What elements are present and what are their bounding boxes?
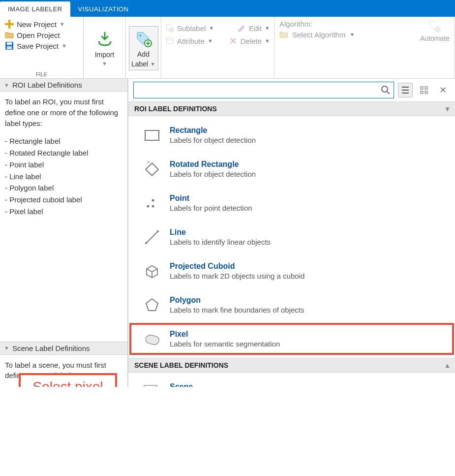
label-type-polygon[interactable]: Polygon Labels to mark fine boundaries o… bbox=[128, 288, 455, 322]
edit-icon bbox=[237, 24, 246, 32]
add-label-button[interactable]: Add Label ▼ bbox=[129, 26, 158, 70]
list-icon bbox=[401, 86, 410, 95]
polygon-title: Polygon bbox=[170, 296, 304, 305]
svg-rect-10 bbox=[425, 87, 427, 89]
search-input[interactable] bbox=[137, 85, 381, 95]
attribute-button[interactable]: Attribute ▼ Delete ▼ bbox=[164, 34, 271, 47]
line-desc: Labels to identify linear objects bbox=[170, 238, 271, 246]
chevron-down-icon: ▼ bbox=[265, 38, 270, 44]
chevron-down-icon: ▼ bbox=[4, 82, 9, 88]
label-type-point[interactable]: Point Labels for point detection bbox=[128, 186, 455, 220]
line-title: Line bbox=[170, 228, 271, 237]
roi-definitions-body: To label an ROI, you must first define o… bbox=[0, 92, 127, 223]
polygon-desc: Labels to mark fine boundaries of object… bbox=[170, 306, 304, 314]
svg-point-17 bbox=[152, 199, 154, 201]
edit-label: Edit bbox=[249, 24, 262, 32]
rotated-desc: Labels for object detection bbox=[170, 170, 256, 178]
chevron-down-icon: ▼ bbox=[349, 32, 355, 37]
automate-label: Automate bbox=[420, 34, 450, 42]
pixel-title: Pixel bbox=[170, 330, 280, 339]
point-title: Point bbox=[170, 194, 252, 203]
add-label-line2: Label bbox=[131, 60, 148, 68]
dropdown-toolbar: ✕ bbox=[128, 79, 455, 101]
roi-bullet-list: - Rectangle label - Rotated Rectangle la… bbox=[5, 135, 122, 217]
scene-section-header: SCENE LABEL DEFINITIONS ▴ bbox=[128, 358, 455, 373]
open-project-button[interactable]: Open Project bbox=[3, 30, 80, 40]
bullet-rotated-rectangle: - Rotated Rectangle label bbox=[5, 147, 122, 159]
chevron-down-icon: ▼ bbox=[150, 61, 155, 67]
attribute-label: Attribute bbox=[177, 37, 205, 45]
pixel-desc: Labels for semantic segmentation bbox=[170, 340, 280, 348]
scene-definitions-title: Scene Label Definitions bbox=[12, 344, 90, 352]
chevron-down-icon: ▼ bbox=[60, 21, 64, 27]
roi-intro-text: To label an ROI, you must first define o… bbox=[5, 96, 122, 128]
save-project-label: Save Project bbox=[17, 42, 59, 50]
ribbon-group-file: New Project ▼ Open Project Save Project … bbox=[0, 17, 84, 78]
scene-definitions-header[interactable]: ▼ Scene Label Definitions bbox=[0, 342, 127, 355]
bullet-line: - Line label bbox=[5, 171, 122, 183]
label-type-pixel[interactable]: Pixel Labels for semantic segmentation bbox=[128, 322, 455, 356]
bullet-polygon: - Polygon label bbox=[5, 182, 122, 194]
cuboid-title: Projected Cuboid bbox=[170, 262, 304, 271]
chevron-down-icon: ▼ bbox=[61, 43, 66, 49]
select-algorithm-button[interactable]: Select Algorithm ▼ bbox=[279, 30, 355, 39]
label-type-scene[interactable]: Scene Labels to describe the activity or… bbox=[128, 375, 455, 387]
delete-label: Delete bbox=[241, 37, 262, 45]
import-label: Import bbox=[95, 51, 115, 59]
grid-icon bbox=[420, 86, 428, 95]
svg-rect-9 bbox=[421, 87, 423, 89]
chevron-down-icon: ▼ bbox=[265, 25, 270, 31]
search-box[interactable] bbox=[133, 82, 394, 98]
list-view-button[interactable] bbox=[398, 83, 413, 97]
side-panel: ▼ ROI Label Definitions To label an ROI,… bbox=[0, 79, 128, 387]
close-dropdown-button[interactable]: ✕ bbox=[435, 83, 450, 97]
tab-image-labeler[interactable]: IMAGE LABELER bbox=[0, 1, 70, 17]
point-desc: Labels for point detection bbox=[170, 204, 252, 212]
grid-view-button[interactable] bbox=[417, 83, 431, 97]
roi-definitions-title: ROI Label Definitions bbox=[12, 81, 82, 89]
sublabel-icon bbox=[165, 24, 174, 32]
collapse-up-icon[interactable]: ▴ bbox=[446, 361, 449, 369]
new-project-button[interactable]: New Project ▼ bbox=[3, 19, 80, 30]
save-project-button[interactable]: Save Project ▼ bbox=[3, 40, 80, 51]
automate-button[interactable]: Automate bbox=[420, 20, 450, 42]
svg-point-15 bbox=[147, 205, 150, 207]
import-button[interactable]: Import ▼ bbox=[93, 27, 117, 69]
sublabel-button[interactable]: Sublabel ▼ Edit ▼ bbox=[164, 22, 271, 34]
collapse-icon[interactable]: ▾ bbox=[446, 105, 449, 113]
svg-rect-20 bbox=[144, 385, 157, 387]
algorithm-header: Algorithm: bbox=[279, 20, 355, 28]
rotated-rectangle-icon bbox=[143, 160, 161, 178]
rectangle-icon bbox=[143, 127, 161, 144]
save-icon bbox=[5, 41, 14, 50]
svg-rect-12 bbox=[425, 91, 427, 94]
tag-plus-icon bbox=[134, 30, 153, 48]
ribbon-group-algorithm: Algorithm: Select Algorithm ▼ Automate bbox=[274, 17, 455, 78]
search-icon bbox=[381, 85, 391, 95]
svg-point-16 bbox=[152, 205, 154, 207]
ribbon: New Project ▼ Open Project Save Project … bbox=[0, 17, 455, 79]
ribbon-group-import: Import ▼ bbox=[84, 17, 126, 78]
body-area: ▼ ROI Label Definitions To label an ROI,… bbox=[0, 79, 455, 387]
svg-rect-1 bbox=[7, 42, 12, 45]
import-icon bbox=[95, 30, 114, 49]
pixel-blob-icon bbox=[143, 330, 161, 348]
label-type-line[interactable]: Line Labels to identify linear objects bbox=[128, 220, 455, 254]
select-algorithm-label: Select Algorithm bbox=[292, 31, 345, 39]
folder-icon bbox=[279, 30, 288, 39]
roi-section-list: Rectangle Labels for object detection Ro… bbox=[128, 116, 455, 358]
sublabel-label: Sublabel bbox=[177, 24, 206, 32]
gear-tag-icon bbox=[428, 20, 442, 33]
roi-definitions-header[interactable]: ▼ ROI Label Definitions bbox=[0, 79, 127, 92]
tab-visualization[interactable]: VISUALIZATION bbox=[70, 1, 137, 17]
label-type-projected-cuboid[interactable]: Projected Cuboid Labels to mark 2D objec… bbox=[128, 254, 455, 288]
svg-rect-2 bbox=[7, 46, 12, 49]
line-icon bbox=[143, 228, 161, 246]
label-type-rotated-rectangle[interactable]: Rotated Rectangle Labels for object dete… bbox=[128, 152, 455, 186]
scene-title: Scene bbox=[170, 382, 297, 387]
scene-section-title: SCENE LABEL DEFINITIONS bbox=[134, 361, 228, 369]
label-type-rectangle[interactable]: Rectangle Labels for object detection bbox=[128, 118, 455, 152]
rectangle-desc: Labels for object detection bbox=[170, 136, 256, 144]
svg-point-18 bbox=[145, 242, 147, 244]
callout-select-pixel-labels: Select pixel labels bbox=[19, 373, 117, 387]
